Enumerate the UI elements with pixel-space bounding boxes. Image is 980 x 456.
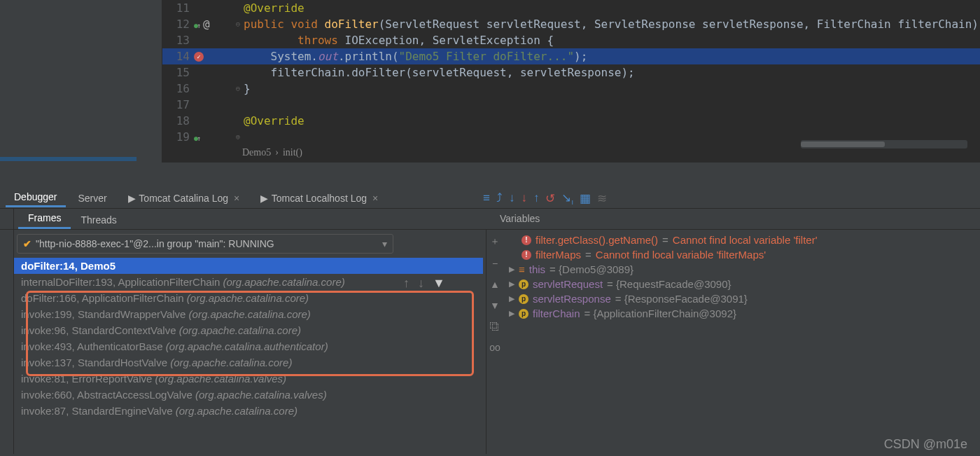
code-editor[interactable]: 11@Override12@⊖public void doFilter(Serv… (162, 0, 980, 163)
drop-frame-icon[interactable]: ↺ (545, 191, 555, 206)
remove-watch-icon[interactable]: − (492, 258, 498, 269)
code-text: @Override (244, 1, 304, 15)
filter-frames-icon[interactable]: ▼ (433, 276, 445, 291)
breakpoint-gutter-icon[interactable] (194, 52, 204, 62)
thread-selector[interactable]: ✔ "http-nio-8888-exec-1"@2...in group "m… (17, 234, 393, 254)
frames-subtab[interactable]: Frames (18, 209, 71, 229)
debug-tab[interactable]: ▶ Tomcat Catalina Log× (120, 190, 248, 207)
stack-frame[interactable]: doFilter:14, Demo5 (14, 258, 483, 274)
next-frame-icon[interactable]: ↓ (418, 276, 424, 291)
expand-icon[interactable]: ▶ (509, 265, 514, 274)
horizontal-scrollbar[interactable] (801, 140, 967, 148)
chevron-down-icon[interactable]: ▾ (382, 238, 387, 249)
line-number: 15 (162, 66, 194, 79)
code-line[interactable]: 15 filterChain.doFilter(servletRequest, … (162, 64, 980, 81)
parameter-icon (519, 294, 528, 304)
close-icon[interactable]: × (234, 193, 239, 204)
stack-frame[interactable]: doFilter:166, ApplicationFilterChain (or… (14, 290, 483, 306)
step-out-icon[interactable]: ↑ (533, 191, 540, 205)
line-number: 13 (162, 34, 194, 47)
run-icon: ▶ (128, 193, 136, 201)
expand-icon[interactable]: ▶ (509, 279, 514, 289)
breadcrumb[interactable]: Demo5›init() (238, 147, 307, 158)
stack-frame[interactable]: invoke:96, StandardContextValve (org.apa… (14, 322, 483, 338)
line-number: 11 (162, 1, 194, 15)
prev-frame-icon[interactable]: ↑ (403, 276, 410, 291)
stack-frame[interactable]: invoke:137, StandardHostValve (org.apach… (14, 354, 483, 371)
frames-tabbar: FramesThreads (0, 209, 980, 230)
variable-row[interactable]: ▶ filterChain = {ApplicationFilterChain@… (506, 306, 976, 321)
line-number: 17 (162, 98, 194, 111)
code-text: public void doFilter(ServletRequest serv… (244, 18, 979, 31)
step-over-icon[interactable]: ⤴ (496, 191, 503, 205)
run-icon: ▶ (260, 193, 269, 201)
editor-pane: 11@Override12@⊖public void doFilter(Serv… (0, 0, 980, 163)
debugger-panel: DebuggerServer▶ Tomcat Catalina Log×▶ To… (0, 188, 980, 456)
code-line[interactable]: 14 System.out.println("Demo5 Filter doFi… (162, 48, 980, 64)
code-line[interactable]: 11@Override (162, 0, 980, 16)
this-icon: ≡ (519, 263, 525, 275)
project-panel-collapsed (0, 0, 162, 163)
parameter-icon (519, 279, 528, 289)
debug-tab[interactable]: ▶ Tomcat Localhost Log× (252, 190, 386, 207)
expand-icon[interactable]: ▶ (509, 294, 514, 303)
debug-toolbar: ≡ ⤴ ↓ ↓ ↑ ↺ ↘I ▦ ≋ (483, 191, 607, 206)
variable-row[interactable]: ▶ ≡ this = {Demo5@3089} (506, 262, 976, 277)
code-line[interactable]: 13 throws IOException, ServletException … (162, 32, 980, 48)
frames-toolbar: ↑ ↓ ▼ (403, 276, 445, 291)
variable-list[interactable]: filter.getClass().getName() = Cannot fin… (506, 230, 976, 321)
variable-row[interactable]: ▶ servletResponse = {ResponseFacade@3091… (506, 291, 976, 306)
progress-indicator (0, 157, 136, 161)
watermark: CSDN @m01e (884, 437, 967, 452)
code-text: filterChain.doFilter(servletRequest, ser… (244, 66, 635, 79)
frames-pane: ✔ "http-nio-8888-exec-1"@2...in group "m… (14, 230, 483, 454)
close-icon[interactable]: × (372, 193, 378, 204)
debug-left-toolbar[interactable] (0, 209, 14, 454)
check-icon: ✔ (23, 238, 31, 249)
stack-frame[interactable]: invoke:493, AuthenticatorBase (org.apach… (14, 338, 483, 354)
code-text: @Override (244, 114, 304, 127)
fold-toggle[interactable]: ⊕ (232, 132, 244, 141)
fold-toggle[interactable]: ⊖ (232, 20, 244, 29)
copy-icon[interactable]: ⿻ (490, 321, 500, 332)
stack-frame[interactable]: invoke:87, StandardEngineValve (org.apac… (14, 403, 483, 419)
force-step-into-icon[interactable]: ↓ (521, 191, 527, 205)
error-icon (522, 235, 531, 245)
debug-tab[interactable]: Server (70, 190, 115, 207)
glasses-icon[interactable]: oo (489, 342, 500, 353)
thread-name: "http-nio-8888-exec-1"@2...in group "mai… (36, 238, 382, 249)
code-line[interactable]: 17 (162, 97, 980, 113)
line-number: 14 (162, 50, 194, 63)
new-watch-icon[interactable]: ＋ (490, 235, 500, 248)
step-into-icon[interactable]: ↓ (509, 191, 515, 205)
variables-toolbar: ＋ − ▲ ▼ ⿻ oo (486, 230, 503, 454)
variable-row[interactable]: ▶ servletRequest = {RequestFacade@3090} (506, 277, 976, 291)
code-line[interactable]: 18@Override (162, 113, 980, 129)
breadcrumb-item[interactable]: Demo5 (238, 147, 275, 158)
override-gutter-icon[interactable] (194, 18, 201, 31)
run-to-cursor-icon[interactable]: ↘I (561, 191, 573, 206)
expand-icon[interactable]: ▶ (509, 309, 514, 318)
line-number: 16 (162, 82, 194, 95)
variable-row[interactable]: filterMaps = Cannot find local variable … (506, 247, 976, 262)
override-gutter-icon[interactable] (194, 130, 201, 144)
variable-row[interactable]: filter.getClass().getName() = Cannot fin… (506, 233, 976, 247)
scrollbar-thumb[interactable] (801, 141, 885, 147)
fold-toggle[interactable]: ⊖ (232, 84, 244, 93)
trace-icon[interactable]: ≋ (597, 191, 607, 206)
breadcrumb-item[interactable]: init() (279, 147, 307, 158)
show-execution-point-icon[interactable]: ≡ (483, 191, 490, 205)
code-line[interactable]: 16⊖} (162, 81, 980, 97)
code-text: } (244, 82, 251, 95)
stack-frame[interactable]: invoke:81, ErrorReportValve (org.apache.… (14, 371, 483, 387)
watch-down-icon[interactable]: ▼ (490, 300, 500, 311)
code-line[interactable]: 12@⊖public void doFilter(ServletRequest … (162, 16, 980, 32)
error-icon (522, 250, 531, 260)
line-number: 18 (162, 114, 194, 127)
stack-frame[interactable]: invoke:199, StandardWrapperValve (org.ap… (14, 306, 483, 322)
stack-frame[interactable]: invoke:660, AbstractAccessLogValve (org.… (14, 387, 483, 403)
watch-up-icon[interactable]: ▲ (490, 279, 500, 290)
evaluate-expression-icon[interactable]: ▦ (580, 191, 591, 206)
debug-tab[interactable]: Debugger (6, 188, 66, 207)
frames-subtab[interactable]: Threads (71, 211, 126, 229)
